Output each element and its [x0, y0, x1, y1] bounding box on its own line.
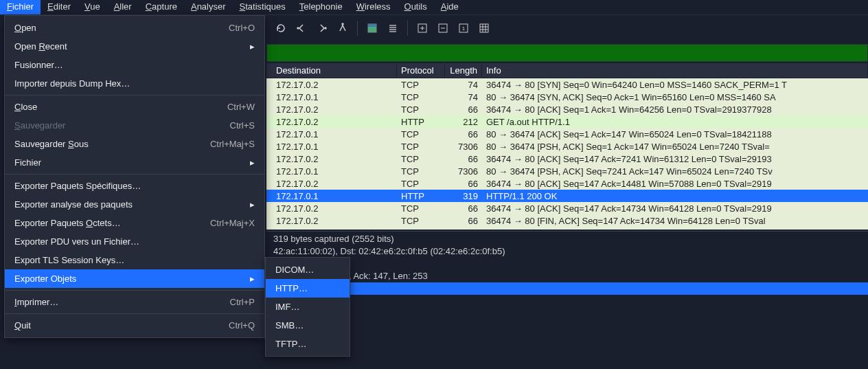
- menu-item-label: Open Recent: [14, 41, 236, 52]
- colorize-icon[interactable]: [363, 19, 381, 37]
- menubar-item-aide[interactable]: Aide: [434, 0, 466, 14]
- zoom-in-icon[interactable]: [413, 19, 431, 37]
- reload-icon[interactable]: [272, 19, 290, 37]
- packet-row[interactable]: 172.17.0.1TCP6680 → 36474 [FIN, ACK] Seq…: [266, 227, 868, 230]
- cell-length: 319: [445, 191, 482, 201]
- menu-item[interactable]: Export TLS Session Keys…: [5, 251, 264, 269]
- menu-item[interactable]: Fichier▸: [5, 153, 264, 172]
- col-info[interactable]: Info: [482, 64, 868, 77]
- zoom-reset-icon[interactable]: 1: [455, 19, 472, 37]
- packet-details[interactable]: 319 bytes captured (2552 bits) 42:ac:11:…: [266, 231, 868, 369]
- menu-item[interactable]: CloseCtrl+W: [5, 98, 264, 116]
- menu-item-shortcut: Ctrl+Maj+X: [210, 218, 255, 228]
- svg-point-0: [297, 27, 299, 29]
- packet-row[interactable]: 172.17.0.2TCP6636474 → 80 [ACK] Seq=147 …: [266, 202, 868, 214]
- submenu-arrow-icon: ▸: [250, 157, 255, 168]
- menu-item[interactable]: Exporter Paquets Octets…Ctrl+Maj+X: [5, 214, 264, 232]
- menu-item[interactable]: QuitCtrl+Q: [5, 316, 264, 335]
- menu-item[interactable]: Exporter PDU vers un Fichier…: [5, 232, 264, 251]
- export-objects-submenu: DICOM…HTTP…IMF…SMB…TFTP…: [265, 257, 350, 357]
- resize-columns-icon[interactable]: [475, 19, 493, 37]
- cell-info: 36474 → 80 [ACK] Seq=147 Ack=14734 Win=6…: [482, 203, 868, 214]
- menubar-item-fichier[interactable]: Fichier: [0, 0, 41, 14]
- detail-line-selected: 8(7240), #10(253)]: [266, 282, 868, 295]
- packet-row[interactable]: 172.17.0.2TCP6636474 → 80 [ACK] Seq=147 …: [266, 177, 868, 190]
- packet-row[interactable]: 172.17.0.2TCP6636474 → 80 [ACK] Seq=147 …: [266, 153, 868, 165]
- autoscroll-icon[interactable]: [384, 19, 402, 37]
- packet-row[interactable]: 172.17.0.2TCP6636474 → 80 [ACK] Seq=1 Ac…: [266, 103, 868, 115]
- col-length[interactable]: Length: [445, 64, 482, 77]
- submenu-arrow-icon: ▸: [250, 273, 255, 284]
- submenu-item[interactable]: IMF…: [266, 298, 350, 316]
- menubar-item-telephonie[interactable]: Telephonie: [293, 0, 350, 14]
- menu-item-label: Open: [14, 23, 201, 33]
- cell-protocol: TCP: [397, 104, 445, 115]
- menu-item-shortcut: Ctrl+O: [229, 23, 255, 33]
- cell-destination: 172.17.0.2: [266, 179, 397, 189]
- cell-info: 80 → 36474 [ACK] Seq=1 Ack=147 Win=65024…: [482, 129, 868, 139]
- submenu-item-label: IMF…: [275, 302, 340, 312]
- menu-item[interactable]: Open Recent▸: [5, 37, 264, 56]
- packet-row[interactable]: 172.17.0.2HTTP212GET /a.out HTTP/1.1: [266, 115, 868, 128]
- file-menu: OpenCtrl+OOpen Recent▸Fusionner…Importer…: [4, 15, 265, 338]
- cell-info: 80 → 36474 [FIN, ACK] Seq=14734 Ack=148 …: [482, 228, 868, 230]
- packet-row[interactable]: 172.17.0.1HTTP319HTTP/1.1 200 OK: [266, 190, 868, 202]
- packet-row[interactable]: 172.17.0.2TCP7436474 → 80 [SYN] Seq=0 Wi…: [266, 78, 868, 91]
- jump-icon[interactable]: [334, 19, 352, 37]
- detail-line: 36474, Seq: 14481, Ack: 147, Len: 253: [273, 270, 861, 282]
- submenu-item[interactable]: TFTP…: [266, 335, 350, 353]
- menubar-item-outils[interactable]: Outils: [398, 0, 434, 14]
- menubar-item-statistiques[interactable]: Statistiques: [233, 0, 293, 14]
- cell-info: 80 → 36474 [SYN, ACK] Seq=0 Ack=1 Win=65…: [482, 92, 868, 102]
- cell-length: 7306: [445, 166, 482, 177]
- menu-item[interactable]: Exporter Objets▸: [5, 269, 264, 288]
- packet-row[interactable]: 172.17.0.1TCP6680 → 36474 [ACK] Seq=1 Ac…: [266, 128, 868, 140]
- submenu-item-label: TFTP…: [275, 339, 340, 349]
- menu-item[interactable]: Importer depuis Dump Hex…: [5, 74, 264, 93]
- svg-text:1: 1: [462, 25, 466, 32]
- filter-bar[interactable]: [266, 44, 868, 62]
- cell-length: 7306: [445, 142, 482, 152]
- menubar-item-editer[interactable]: Editer: [41, 0, 78, 14]
- menubar-item-analyser[interactable]: Analyser: [184, 0, 233, 14]
- col-protocol[interactable]: Protocol: [397, 64, 445, 77]
- detail-line: .17.0.1: [273, 258, 861, 270]
- submenu-item[interactable]: DICOM…: [266, 260, 350, 279]
- menu-item[interactable]: Sauvegarder SousCtrl+Maj+S: [5, 135, 264, 153]
- cell-protocol: HTTP: [397, 191, 445, 201]
- menu-item-label: Importer depuis Dump Hex…: [14, 78, 255, 89]
- menubar-item-aller[interactable]: Aller: [107, 0, 139, 14]
- cell-info: 80 → 36474 [PSH, ACK] Seq=7241 Ack=147 W…: [482, 166, 868, 177]
- cell-protocol: TCP: [397, 129, 445, 139]
- menubar-item-wireless[interactable]: Wireless: [350, 0, 398, 14]
- detail-line: 42:ac:11:00:02), Dst: 02:42:e6:2c:0f:b5 …: [273, 245, 861, 258]
- go-forward-icon[interactable]: [313, 19, 331, 37]
- packet-row[interactable]: 172.17.0.2TCP6636474 → 80 [FIN, ACK] Seq…: [266, 214, 868, 227]
- cell-length: 74: [445, 80, 482, 90]
- submenu-item[interactable]: SMB…: [266, 316, 350, 335]
- svg-point-1: [325, 27, 326, 29]
- submenu-item[interactable]: HTTP…: [266, 279, 350, 298]
- menu-separator: [5, 290, 264, 291]
- cell-destination: 172.17.0.1: [266, 142, 397, 152]
- menubar-item-capture[interactable]: Capture: [139, 0, 184, 14]
- menu-item[interactable]: Fusionner…: [5, 56, 264, 74]
- menu-item[interactable]: Imprimer…Ctrl+P: [5, 293, 264, 311]
- cell-info: 80 → 36474 [PSH, ACK] Seq=1 Ack=147 Win=…: [482, 142, 868, 152]
- menu-item-label: Sauvegarder: [14, 120, 203, 131]
- zoom-out-icon[interactable]: [434, 19, 452, 37]
- go-back-icon[interactable]: [293, 19, 310, 37]
- menu-item[interactable]: Exporter analyse des paquets▸: [5, 195, 264, 214]
- packet-row[interactable]: 172.17.0.1TCP730680 → 36474 [PSH, ACK] S…: [266, 140, 868, 153]
- menu-item[interactable]: OpenCtrl+O: [5, 19, 264, 37]
- packet-row[interactable]: 172.17.0.1TCP7480 → 36474 [SYN, ACK] Seq…: [266, 91, 868, 103]
- menu-separator: [5, 174, 264, 175]
- col-destination[interactable]: Destination: [266, 64, 397, 77]
- menubar-item-vue[interactable]: Vue: [78, 0, 107, 14]
- cell-destination: 172.17.0.2: [266, 203, 397, 214]
- cell-length: 66: [445, 203, 482, 214]
- cell-destination: 172.17.0.1: [266, 191, 397, 201]
- cell-length: 66: [445, 228, 482, 230]
- menu-item[interactable]: Exporter Paquets Spécifiques…: [5, 177, 264, 195]
- packet-row[interactable]: 172.17.0.1TCP730680 → 36474 [PSH, ACK] S…: [266, 165, 868, 177]
